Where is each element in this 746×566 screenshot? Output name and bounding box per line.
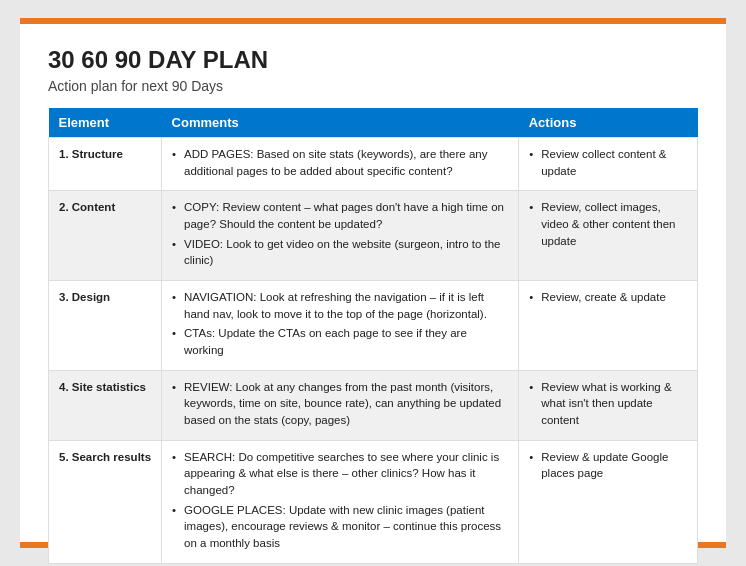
cell-actions: Review collect content & update [519,138,698,191]
action-item: Review what is working & what isn't then… [529,379,687,429]
page-subtitle: Action plan for next 90 Days [48,78,698,94]
comment-item: ADD PAGES: Based on site stats (keywords… [172,146,508,179]
header-comments: Comments [162,108,519,138]
comment-item: REVIEW: Look at any changes from the pas… [172,379,508,429]
cell-comments: ADD PAGES: Based on site stats (keywords… [162,138,519,191]
cell-comments: NAVIGATION: Look at refreshing the navig… [162,281,519,371]
cell-actions: Review what is working & what isn't then… [519,370,698,440]
comment-item: SEARCH: Do competitive searches to see w… [172,449,508,499]
comment-item: COPY: Review content – what pages don't … [172,199,508,232]
cell-element: 4. Site statistics [49,370,162,440]
comment-item: NAVIGATION: Look at refreshing the navig… [172,289,508,322]
cell-element: 3. Design [49,281,162,371]
cell-actions: Review, create & update [519,281,698,371]
cell-element: 1. Structure [49,138,162,191]
table-row: 3. DesignNAVIGATION: Look at refreshing … [49,281,698,371]
cell-comments: REVIEW: Look at any changes from the pas… [162,370,519,440]
action-item: Review & update Google places page [529,449,687,482]
cell-actions: Review, collect images, video & other co… [519,191,698,281]
table-row: 5. Search resultsSEARCH: Do competitive … [49,440,698,563]
cell-comments: SEARCH: Do competitive searches to see w… [162,440,519,563]
page-container: 30 60 90 DAY PLAN Action plan for next 9… [20,18,726,548]
cell-actions: Review & update Google places page [519,440,698,563]
table-row: 2. ContentCOPY: Review content – what pa… [49,191,698,281]
table-header-row: Element Comments Actions [49,108,698,138]
action-plan-table: Element Comments Actions 1. StructureADD… [48,108,698,564]
cell-comments: COPY: Review content – what pages don't … [162,191,519,281]
table-row: 1. StructureADD PAGES: Based on site sta… [49,138,698,191]
header-element: Element [49,108,162,138]
action-item: Review collect content & update [529,146,687,179]
cell-element: 5. Search results [49,440,162,563]
comment-item: GOOGLE PLACES: Update with new clinic im… [172,502,508,552]
cell-element: 2. Content [49,191,162,281]
table-row: 4. Site statisticsREVIEW: Look at any ch… [49,370,698,440]
header-actions: Actions [519,108,698,138]
action-item: Review, collect images, video & other co… [529,199,687,249]
page-title: 30 60 90 DAY PLAN [48,46,698,74]
comment-item: VIDEO: Look to get video on the website … [172,236,508,269]
action-item: Review, create & update [529,289,687,306]
comment-item: CTAs: Update the CTAs on each page to se… [172,325,508,358]
